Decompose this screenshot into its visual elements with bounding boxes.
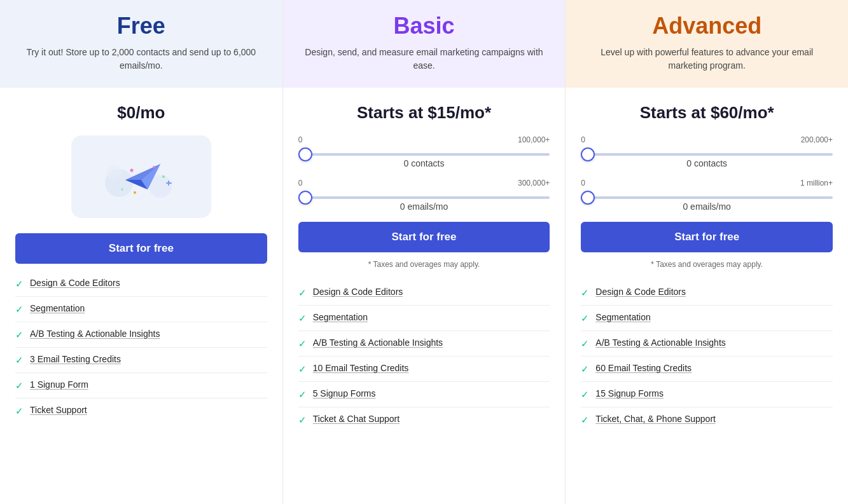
feature-label[interactable]: 5 Signup Forms (313, 388, 376, 398)
feature-label[interactable]: 15 Signup Forms (595, 388, 664, 398)
features-list-advanced: ✓Design & Code Editors✓Segmentation✓A/B … (581, 280, 833, 447)
list-item: ✓5 Signup Forms (298, 381, 550, 407)
list-item: ✓Segmentation (298, 305, 550, 330)
check-icon: ✓ (298, 364, 307, 375)
check-icon: ✓ (298, 389, 307, 400)
list-item: ✓60 Email Testing Credits (581, 356, 833, 381)
slider-max-label: 100,000+ (518, 135, 550, 144)
slider-max-label-2: 300,000+ (518, 179, 550, 187)
check-icon: ✓ (15, 355, 24, 366)
svg-point-9 (153, 166, 155, 168)
svg-point-10 (121, 189, 123, 191)
list-item: ✓Ticket Support (15, 398, 267, 423)
list-item: ✓3 Email Testing Credits (15, 347, 267, 372)
list-item: ✓Design & Code Editors (298, 280, 550, 305)
check-icon: ✓ (581, 287, 589, 299)
svg-point-1 (106, 165, 122, 180)
list-item: ✓Ticket & Chat Support (298, 407, 550, 432)
check-icon: ✓ (581, 389, 589, 400)
slider-min-label: 0 (581, 135, 585, 144)
pricing-container: FreeTry it out! Store up to 2,000 contac… (0, 0, 848, 504)
feature-label[interactable]: A/B Testing & Actionable Insights (595, 337, 725, 348)
plan-header-basic: BasicDesign, send, and measure email mar… (283, 0, 566, 88)
feature-label[interactable]: 3 Email Testing Credits (30, 354, 121, 364)
check-icon: ✓ (298, 338, 307, 350)
check-icon: ✓ (581, 414, 589, 426)
check-icon: ✓ (298, 287, 307, 299)
list-item: ✓10 Email Testing Credits (298, 356, 550, 381)
plan-body-advanced: Starts at $60/mo*0200,000+0 contacts01 m… (566, 88, 848, 504)
plan-column-free: FreeTry it out! Store up to 2,000 contac… (0, 0, 283, 504)
cta-button-free[interactable]: Start for free (15, 233, 267, 264)
feature-label[interactable]: 1 Signup Form (30, 379, 88, 390)
list-item: ✓Design & Code Editors (581, 280, 833, 305)
plan-column-advanced: AdvancedLevel up with powerful features … (566, 0, 848, 504)
slider-min-label-2: 0 (298, 179, 303, 187)
plan-price-basic: Starts at $15/mo* (298, 103, 550, 123)
plan-price-advanced: Starts at $60/mo* (581, 103, 833, 123)
check-icon: ✓ (581, 338, 589, 350)
check-icon: ✓ (581, 364, 589, 375)
slider-max-label-2: 1 million+ (800, 179, 833, 187)
slider-contacts-basic: 0100,000+0 contacts (298, 135, 550, 168)
emails-slider-advanced[interactable] (581, 196, 833, 199)
feature-label[interactable]: Segmentation (595, 312, 650, 322)
plan-body-free: $0/mo Start for free✓Design & Code Edi (0, 88, 282, 504)
list-item: ✓A/B Testing & Actionable Insights (298, 330, 550, 356)
plan-desc-basic: Design, send, and measure email marketin… (298, 46, 550, 72)
slider-contacts-advanced: 0200,000+0 contacts (581, 135, 833, 168)
check-icon: ✓ (15, 304, 24, 315)
feature-label[interactable]: Ticket Support (30, 405, 87, 415)
plan-body-basic: Starts at $15/mo*0100,000+0 contacts0300… (283, 88, 566, 504)
svg-point-7 (162, 175, 165, 178)
tax-note-advanced: * Taxes and overages may apply. (581, 260, 833, 269)
check-icon: ✓ (15, 405, 24, 417)
feature-label[interactable]: Design & Code Editors (30, 278, 120, 288)
contacts-slider-advanced[interactable] (581, 153, 833, 156)
plan-column-basic: BasicDesign, send, and measure email mar… (283, 0, 566, 504)
plan-price-free: $0/mo (15, 103, 267, 123)
tax-note-basic: * Taxes and overages may apply. (298, 260, 550, 269)
check-icon: ✓ (298, 414, 307, 426)
feature-label[interactable]: Segmentation (30, 303, 85, 313)
list-item: ✓A/B Testing & Actionable Insights (15, 322, 267, 347)
slider-emails-basic: 0300,000+0 emails/mo (298, 179, 550, 212)
check-icon: ✓ (15, 329, 24, 341)
plan-desc-free: Try it out! Store up to 2,000 contacts a… (15, 46, 267, 72)
feature-label[interactable]: Ticket, Chat, & Phone Support (595, 414, 716, 424)
cta-button-advanced[interactable]: Start for free (581, 222, 833, 252)
emails-slider-basic[interactable] (298, 196, 550, 199)
feature-label[interactable]: Design & Code Editors (313, 287, 403, 297)
contacts-slider-basic[interactable] (298, 153, 550, 156)
plan-header-free: FreeTry it out! Store up to 2,000 contac… (0, 0, 282, 88)
list-item: ✓15 Signup Forms (581, 381, 833, 407)
feature-label[interactable]: A/B Testing & Actionable Insights (30, 329, 160, 339)
feature-label[interactable]: 60 Email Testing Credits (595, 363, 692, 373)
feature-label[interactable]: Ticket & Chat Support (313, 414, 400, 424)
plan-header-advanced: AdvancedLevel up with powerful features … (566, 0, 848, 88)
svg-point-8 (134, 191, 136, 194)
feature-label[interactable]: Segmentation (313, 312, 368, 322)
list-item: ✓Segmentation (15, 296, 267, 322)
feature-label[interactable]: Design & Code Editors (595, 287, 686, 297)
cta-button-basic[interactable]: Start for free (298, 222, 550, 252)
feature-label[interactable]: 10 Email Testing Credits (313, 363, 409, 373)
list-item: ✓Design & Code Editors (15, 271, 267, 296)
check-icon: ✓ (15, 380, 24, 392)
list-item: ✓1 Signup Form (15, 372, 267, 398)
slider-min-label: 0 (298, 135, 303, 144)
list-item: ✓A/B Testing & Actionable Insights (581, 330, 833, 356)
features-list-basic: ✓Design & Code Editors✓Segmentation✓A/B … (298, 280, 550, 447)
plan-title-advanced: Advanced (581, 13, 833, 39)
plan-title-free: Free (15, 13, 267, 39)
slider-max-label: 200,000+ (801, 135, 833, 144)
feature-label[interactable]: A/B Testing & Actionable Insights (313, 337, 443, 348)
slider-min-label-2: 0 (581, 179, 585, 187)
list-item: ✓Segmentation (581, 305, 833, 330)
slider-emails-advanced: 01 million+0 emails/mo (581, 179, 833, 212)
check-icon: ✓ (15, 278, 24, 290)
check-icon: ✓ (298, 313, 307, 324)
svg-point-6 (130, 169, 133, 172)
features-list-free: ✓Design & Code Editors✓Segmentation✓A/B … (15, 271, 267, 439)
plan-desc-advanced: Level up with powerful features to advan… (581, 46, 833, 72)
